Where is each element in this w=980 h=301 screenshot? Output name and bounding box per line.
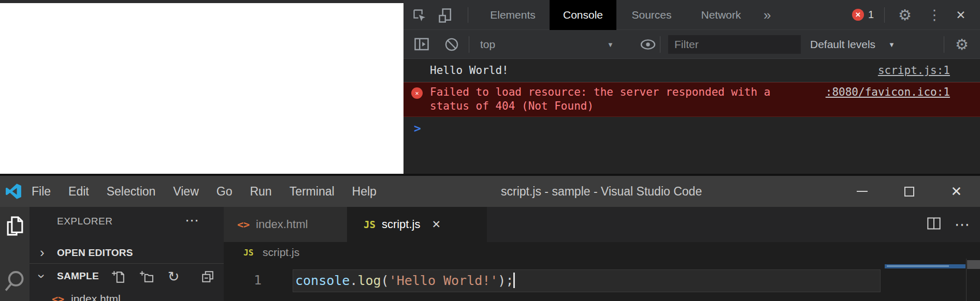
divider	[660, 36, 660, 53]
chevron-right-icon: ›	[40, 246, 45, 259]
tab-close-icon[interactable]: ✕	[431, 218, 441, 231]
maximize-button[interactable]	[886, 176, 933, 207]
error-source-link[interactable]: :8080/favicon.ico:1	[826, 85, 950, 99]
tab-label: index.html	[256, 218, 308, 231]
devtools-close-icon[interactable]: ✕	[950, 8, 971, 22]
maximize-icon	[904, 187, 914, 197]
console-filter-input[interactable]	[668, 35, 801, 54]
vscode-body: EXPLORER ⋯ › OPEN EDITORS › SAMPLE	[0, 207, 980, 301]
editor-scrollbar[interactable]	[967, 260, 980, 269]
editor-actions: ⋯	[927, 207, 970, 242]
devtools-menu-kebab-icon[interactable]: ⋮	[928, 7, 941, 23]
breadcrumb[interactable]: JS script.js	[224, 242, 980, 265]
editor-more-actions-icon[interactable]: ⋯	[955, 216, 970, 233]
error-count-badge[interactable]: ✕ 1	[852, 9, 874, 21]
devtools-tab-network[interactable]: Network	[689, 0, 753, 30]
code-area[interactable]: 1 console.log('Hello World!');	[224, 265, 980, 301]
divider	[468, 7, 468, 23]
minimize-button[interactable]	[839, 176, 886, 207]
menu-help[interactable]: Help	[343, 185, 385, 199]
console-prompt-chevron-icon: >	[414, 122, 421, 135]
menu-edit[interactable]: Edit	[60, 185, 98, 199]
devtools-tab-console[interactable]: Console	[550, 0, 616, 30]
devtools-tab-elements[interactable]: Elements	[481, 0, 544, 30]
vscode-menubar: File Edit Selection View Go Run Terminal…	[23, 176, 385, 207]
explorer-more-actions-icon[interactable]: ⋯	[185, 212, 199, 229]
console-log-row: Hello World! script.js:1	[403, 59, 980, 82]
log-levels-dropdown[interactable]: Default levels	[810, 38, 875, 51]
console-prompt-row[interactable]: >	[403, 117, 980, 135]
console-error-row: ✕ Failed to load resource: the server re…	[403, 82, 980, 117]
vscode-logo-icon	[5, 183, 22, 200]
folder-label: SAMPLE	[57, 270, 99, 282]
divider	[944, 36, 944, 53]
devtools-panel: Elements Console Sources Network » ✕ 1 ⚙…	[403, 0, 980, 174]
screenshot-root: Elements Console Sources Network » ✕ 1 ⚙…	[0, 0, 980, 301]
folder-section-sample[interactable]: › SAMPLE ↻	[30, 265, 224, 288]
console-sidebar-toggle-icon[interactable]	[413, 37, 430, 52]
editor-tab-script-js[interactable]: JS script.js ✕	[347, 207, 487, 242]
editor-tabbar: <> index.html JS script.js ✕ ⋯	[224, 207, 980, 242]
refresh-icon[interactable]: ↻	[166, 269, 181, 284]
open-editors-section[interactable]: › OPEN EDITORS	[30, 243, 224, 264]
console-error-text: Failed to load resource: the server resp…	[430, 85, 770, 113]
html-file-icon: <>	[237, 218, 250, 231]
console-messages: Hello World! script.js:1 ✕ Failed to loa…	[403, 59, 980, 174]
live-expression-eye-icon[interactable]	[639, 38, 657, 51]
js-file-icon: JS	[243, 248, 253, 258]
minimap[interactable]	[885, 264, 965, 268]
settings-gear-icon[interactable]: ⚙	[895, 7, 915, 23]
collapse-all-icon[interactable]	[200, 269, 215, 284]
devtools-tabbar: Elements Console Sources Network » ✕ 1 ⚙…	[403, 0, 980, 30]
breadcrumb-file: script.js	[263, 246, 299, 259]
more-tabs-icon[interactable]: »	[763, 0, 771, 30]
error-badge-count: 1	[868, 9, 874, 21]
device-toolbar-icon[interactable]	[438, 8, 454, 23]
minimize-icon	[857, 191, 868, 192]
console-settings-gear-icon[interactable]: ⚙	[952, 36, 972, 53]
console-log-text: Hello World!	[430, 64, 509, 77]
inspect-element-icon[interactable]	[412, 8, 427, 23]
explorer-files-icon[interactable]	[5, 215, 25, 242]
log-source-link[interactable]: script.js:1	[878, 64, 950, 77]
code-line: console.log('Hello World!');	[295, 273, 515, 288]
explorer-header-label: EXPLORER	[57, 216, 112, 227]
menu-file[interactable]: File	[23, 185, 60, 199]
window-controls: ✕	[839, 176, 980, 207]
error-icon: ✕	[411, 87, 423, 99]
open-editors-label: OPEN EDITORS	[57, 247, 133, 259]
menu-go[interactable]: Go	[208, 185, 241, 199]
new-folder-icon[interactable]	[139, 269, 154, 284]
tab-label: script.js	[382, 218, 421, 231]
file-item-index-html[interactable]: <> index.html	[30, 290, 224, 301]
menu-selection[interactable]: Selection	[98, 185, 165, 199]
divider	[469, 36, 469, 53]
menu-run[interactable]: Run	[241, 185, 280, 199]
error-badge-icon: ✕	[852, 9, 864, 21]
html-file-icon: <>	[52, 293, 64, 301]
close-button[interactable]: ✕	[933, 176, 980, 207]
context-selector-caret-icon[interactable]: ▼	[607, 40, 614, 48]
new-file-icon[interactable]	[111, 269, 126, 284]
clear-console-icon[interactable]	[443, 37, 460, 52]
editor-tab-index-html[interactable]: <> index.html	[224, 207, 347, 242]
menu-view[interactable]: View	[164, 185, 207, 199]
search-icon[interactable]	[4, 270, 26, 298]
window-title: script.js - sample - Visual Studio Code	[501, 176, 702, 207]
context-selector[interactable]: top	[480, 38, 495, 51]
chevron-down-icon: ›	[35, 274, 49, 279]
explorer-header: EXPLORER ⋯	[30, 207, 224, 237]
activity-bar	[0, 207, 30, 301]
browser-viewport	[0, 3, 403, 174]
file-item-label: index.html	[71, 293, 121, 301]
explorer-sidebar: EXPLORER ⋯ › OPEN EDITORS › SAMPLE	[30, 207, 224, 301]
menu-terminal[interactable]: Terminal	[281, 185, 343, 199]
vscode-titlebar[interactable]: File Edit Selection View Go Run Terminal…	[0, 176, 980, 207]
log-levels-caret-icon[interactable]: ▼	[888, 40, 895, 48]
console-toolbar: top ▼ Default levels ▼ ⚙	[403, 30, 980, 59]
minimap-border	[966, 259, 967, 301]
line-number: 1	[224, 273, 262, 288]
text-cursor	[513, 273, 515, 288]
split-editor-icon[interactable]	[927, 216, 941, 233]
devtools-tab-sources[interactable]: Sources	[621, 0, 682, 30]
